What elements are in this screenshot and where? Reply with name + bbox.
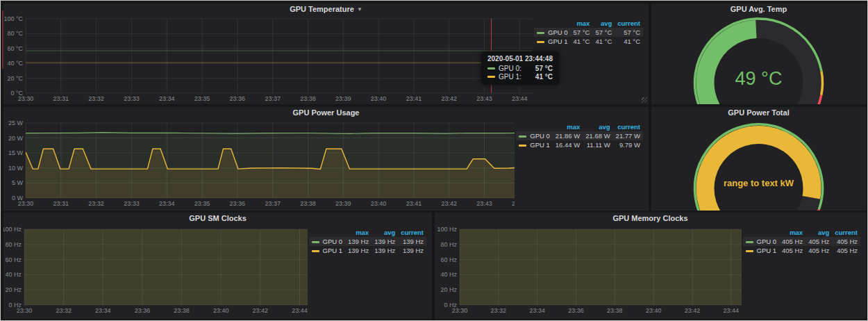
gauge-value-text: 49 °C — [735, 68, 783, 89]
x-axis-tick: 23:34 — [159, 95, 175, 102]
gpu-power-usage-chart[interactable]: 0 W5 W10 W15 W20 W25 W23:3023:3123:3223:… — [3, 118, 515, 211]
legend-header-current[interactable]: current — [398, 228, 426, 237]
gpu-memory-clocks-legend: maxavgcurrentGPU 0405 Hz405 Hz405 HzGPU … — [742, 224, 866, 255]
legend-row: GPU 1405 Hz405 Hz405 Hz — [743, 246, 860, 255]
panel-title-gpu-sm-clocks[interactable]: GPU SM Clocks — [3, 213, 432, 224]
panel-title-gpu-avg-temp[interactable]: GPU Avg. Temp — [651, 3, 866, 15]
y-axis-tick: 100 °C — [3, 15, 23, 22]
legend-value: 21.86 W — [553, 131, 583, 140]
x-axis-tick: 23:34 — [159, 200, 175, 207]
tooltip-series-name: GPU 1: — [499, 73, 521, 81]
legend-value: 405 Hz — [832, 246, 860, 255]
x-axis-tick: 23:40 — [371, 200, 387, 207]
gpu-temperature-legend: maxavgcurrentGPU 057 °C57 °C57 °CGPU 141… — [533, 15, 649, 46]
gpu-temperature-chart[interactable]: 0 °C20 °C40 °C60 °C80 °C100 °C23:3023:31… — [3, 15, 533, 104]
legend-row: GPU 141 °C41 °C41 °C — [534, 37, 643, 46]
legend-value: 21.68 W — [583, 131, 612, 140]
x-axis-tick: 23:34 — [529, 307, 545, 314]
legend-value: 21.77 W — [613, 131, 643, 140]
legend-series-gpu-1[interactable]: GPU 1 — [309, 246, 346, 255]
left-red-strip — [2, 10, 3, 69]
y-axis-tick: 40 Hz — [440, 271, 457, 278]
x-axis-tick: 23:44 — [512, 95, 528, 102]
gpu-memory-clocks-chart[interactable]: 0 Hz20 Hz40 Hz60 Hz80 Hz100 Hz23:3023:32… — [435, 224, 742, 319]
gpu-sm-clocks-chart[interactable]: 0 Hz20 Hz40 Hz60 Hz80 Hz100 Hz23:3023:32… — [3, 224, 308, 319]
legend-row: GPU 1139 Hz139 Hz139 Hz — [309, 246, 426, 255]
panel-title-text: GPU SM Clocks — [189, 214, 247, 222]
gpu-avg-temp-gauge: 49 °C — [651, 15, 866, 104]
panel-title-gpu-power-total[interactable]: GPU Power Total — [651, 107, 866, 118]
legend-header-avg[interactable]: avg — [806, 228, 832, 237]
legend-value: 41 °C — [615, 37, 643, 46]
grafana-dashboard: GPU Temperature▼ 0 °C20 °C40 °C60 °C80 °… — [0, 0, 868, 321]
panel-title-gpu-memory-clocks[interactable]: GPU Memory Clocks — [435, 213, 866, 224]
x-axis-tick: 23:44 — [724, 307, 740, 314]
chevron-down-icon[interactable]: ▼ — [357, 6, 362, 13]
x-axis-tick: 23:32 — [88, 200, 104, 207]
legend-series-gpu-0[interactable]: GPU 0 — [534, 28, 571, 37]
legend-series-gpu-0[interactable]: GPU 0 — [309, 237, 346, 246]
x-axis-tick: 23:38 — [300, 95, 316, 102]
x-axis-tick: 23:42 — [685, 307, 701, 314]
legend-table: maxavgcurrentGPU 021.86 W21.68 W21.77 WG… — [516, 122, 643, 149]
x-axis-tick: 23:36 — [568, 307, 584, 314]
y-axis-tick: 10 W — [8, 165, 24, 172]
chart-tooltip: 2020-05-01 23:44:48GPU 0:57 °CGPU 1:41 °… — [481, 51, 559, 85]
legend-value: 405 Hz — [779, 246, 806, 255]
legend-header-avg[interactable]: avg — [372, 228, 398, 237]
legend-value: 405 Hz — [779, 237, 806, 246]
x-axis-tick: 23:30 — [452, 307, 468, 314]
legend-header-max[interactable]: max — [779, 228, 806, 237]
legend-header-avg[interactable]: avg — [592, 19, 615, 28]
legend-series-gpu-0[interactable]: GPU 0 — [516, 131, 553, 140]
legend-value: 41 °C — [571, 37, 593, 46]
panel-gpu-memory-clocks: GPU Memory Clocks 0 Hz20 Hz40 Hz60 Hz80 … — [435, 213, 866, 319]
gauge-fill — [705, 29, 756, 104]
legend-header-max[interactable]: max — [345, 228, 372, 237]
legend-row: GPU 0405 Hz405 Hz405 Hz — [743, 237, 860, 246]
y-axis-tick: 5 W — [12, 179, 24, 186]
y-axis-tick: 20 Hz — [440, 286, 457, 293]
legend-value: 405 Hz — [806, 246, 832, 255]
y-axis-tick: 80 Hz — [440, 241, 457, 248]
legend-header-current[interactable]: current — [832, 228, 860, 237]
panel-title-gpu-temperature[interactable]: GPU Temperature▼ — [3, 3, 649, 15]
panel-resize-handle[interactable] — [642, 97, 647, 103]
tooltip-row: GPU 0:57 °C — [487, 65, 553, 72]
legend-header-avg[interactable]: avg — [583, 122, 612, 131]
legend-series-gpu-1[interactable]: GPU 1 — [516, 140, 553, 149]
legend-header-max[interactable]: max — [553, 122, 583, 131]
panel-gpu-avg-temp: GPU Avg. Temp 49 °C — [651, 3, 866, 104]
x-axis-tick: 23:40 — [646, 307, 662, 314]
x-axis-tick: 23:32 — [491, 307, 507, 314]
x-axis-tick: 23:38 — [607, 307, 623, 314]
legend-table: maxavgcurrentGPU 0139 Hz139 Hz139 HzGPU … — [309, 228, 426, 255]
x-axis-tick: 23:30 — [17, 307, 33, 314]
legend-value: 57 °C — [592, 28, 615, 37]
legend-header-current[interactable]: current — [615, 19, 643, 28]
y-axis-tick: 25 W — [8, 120, 24, 126]
y-axis-tick: 40 °C — [7, 60, 23, 67]
legend-value: 405 Hz — [832, 237, 860, 246]
panel-gpu-power-total: GPU Power Total range to text kW — [651, 107, 866, 211]
panel-title-gpu-power-usage[interactable]: GPU Power Usage — [3, 107, 649, 118]
series-color-dash-icon — [487, 67, 495, 69]
x-axis-tick: 23:31 — [53, 95, 69, 102]
panel-gpu-temperature: GPU Temperature▼ 0 °C20 °C40 °C60 °C80 °… — [3, 3, 649, 104]
tooltip-series-value: 57 °C — [526, 65, 553, 72]
x-axis-tick: 23:38 — [174, 307, 190, 314]
gpu-power-usage-legend: maxavgcurrentGPU 021.86 W21.68 W21.77 WG… — [515, 118, 649, 149]
legend-series-gpu-0[interactable]: GPU 0 — [743, 237, 780, 246]
legend-header-current[interactable]: current — [613, 122, 643, 131]
y-axis-tick: 40 Hz — [5, 271, 22, 278]
legend-row: GPU 0139 Hz139 Hz139 Hz — [309, 237, 426, 246]
x-axis-tick: 23:32 — [88, 95, 104, 102]
x-axis-tick: 23:34 — [95, 307, 111, 314]
legend-series-gpu-1[interactable]: GPU 1 — [743, 246, 780, 255]
x-axis-tick: 23:35 — [194, 95, 210, 102]
panel-title-text: GPU Avg. Temp — [731, 5, 787, 13]
x-axis-tick: 23:43 — [476, 200, 492, 207]
legend-series-gpu-1[interactable]: GPU 1 — [534, 37, 571, 46]
x-axis-tick: 23:36 — [230, 200, 246, 207]
legend-header-max[interactable]: max — [571, 19, 593, 28]
